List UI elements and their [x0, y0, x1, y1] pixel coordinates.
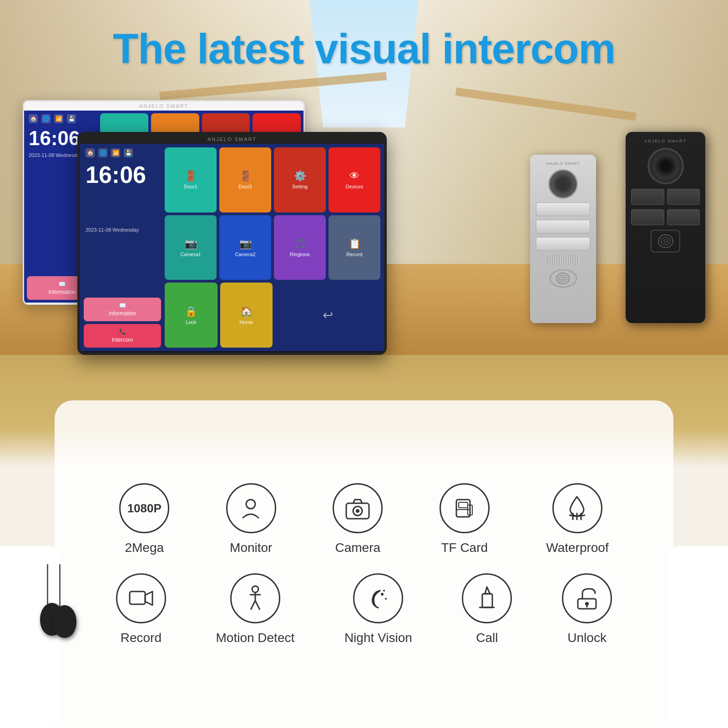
svg-point-0: [556, 273, 569, 284]
feature-tfcard: TF Card: [440, 483, 490, 555]
feature-unlock: Unlock: [562, 573, 612, 645]
tfcard-icon: [440, 483, 490, 533]
doorbell-black-buttons2: [631, 209, 700, 225]
feature-2mega-label: 2Mega: [125, 541, 164, 555]
doorbell-black-btn4[interactable]: [667, 209, 700, 225]
doorbell-black-buttons: [631, 189, 700, 205]
save-icon-white: 💾: [67, 114, 76, 123]
keyfob-group: [40, 564, 86, 637]
feature-call-label: Call: [476, 631, 498, 645]
svg-point-1: [559, 275, 567, 282]
fob-string-2: [59, 564, 61, 607]
tile-door1-black[interactable]: 🚪 Door1: [165, 147, 217, 212]
waterproof-icon: [552, 483, 602, 533]
info-label-white: Information: [48, 289, 76, 295]
screen-black-inner: 🏠 🌐 📶 💾 16:06 2023-11-08 Wednesday ✉️ In…: [80, 144, 384, 351]
feature-waterproof-label: Waterproof: [546, 541, 608, 555]
intercom-tile-black[interactable]: 📞 Intercom: [84, 324, 161, 348]
grid-row-1-black: 🚪 Door1 🚪 Door2 ⚙️ Setting 👁 Devices: [165, 147, 380, 212]
tile-home-black[interactable]: 🏠 Home: [220, 283, 273, 348]
lock-label-black: Lock: [186, 319, 196, 325]
svg-point-25: [385, 598, 387, 600]
monitor-white-logo: ANJELO SMART: [24, 101, 303, 111]
setting-label-black: Setting: [292, 184, 308, 189]
ringtone-label-black: Ringtone: [290, 252, 310, 257]
doorbell-silver: ANJELO SMART: [530, 155, 596, 323]
devices-icon-black: 👁: [349, 170, 359, 182]
info-label-black: Information: [109, 310, 136, 317]
tile-camera1-black[interactable]: 📷 Camera1: [165, 215, 217, 280]
intercom-label-black: Intercom: [112, 337, 133, 343]
svg-rect-11: [459, 502, 468, 508]
features-row-1: 1080P 2Mega Monitor: [91, 483, 637, 555]
svg-point-4: [661, 238, 670, 245]
tile-record-black[interactable]: 📋 Record: [329, 215, 380, 280]
svg-point-5: [664, 240, 667, 243]
tile-door2-black[interactable]: 🚪 Door2: [219, 147, 271, 212]
lock-icon-black: 🔒: [185, 306, 197, 318]
info-tile-black[interactable]: ✉️ Information: [84, 298, 161, 321]
devices-label-black: Devices: [345, 184, 363, 189]
unlock-icon: [562, 573, 612, 623]
home-icon-black: 🏠: [86, 148, 95, 157]
doorbell-silver-btn3[interactable]: [536, 237, 590, 251]
doorbell-black-btn1[interactable]: [631, 189, 664, 205]
monitor-black: ANJELO SMART 🏠 🌐 📶 💾 16:06 2023-11-08 We…: [77, 132, 387, 355]
info-icon-black: ✉️: [119, 302, 126, 308]
doorbell-black-rfid: [651, 230, 680, 253]
camera1-icon-black: 📷: [185, 238, 197, 250]
svg-point-6: [246, 500, 255, 509]
feature-record: Record: [116, 573, 166, 645]
clock-black: 16:06: [84, 161, 161, 224]
feature-waterproof: Waterproof: [546, 483, 608, 555]
feature-unlock-label: Unlock: [567, 631, 607, 645]
camera1-label-black: Camera1: [180, 252, 201, 257]
record-label-black: Record: [346, 252, 362, 257]
screen-black-left: 🏠 🌐 📶 💾 16:06 2023-11-08 Wednesday ✉️ In…: [84, 147, 161, 348]
door1-icon-black: 🚪: [185, 170, 197, 182]
svg-rect-27: [482, 594, 492, 607]
svg-point-2: [561, 277, 565, 280]
doorbell-black-btn3[interactable]: [631, 209, 664, 225]
tile-setting-black[interactable]: ⚙️ Setting: [274, 147, 326, 212]
monitor-black-logo: ANJELO SMART: [80, 135, 384, 144]
grid-row-2-black: 📷 Camera1 📷 Camera2 🎵 Ringtone 📋 Record: [165, 215, 380, 280]
svg-line-22: [251, 601, 255, 610]
tile-devices-black[interactable]: 👁 Devices: [329, 147, 380, 212]
home-icon-white: 🏠: [29, 114, 38, 123]
tile-camera2-black[interactable]: 📷 Camera2: [219, 215, 271, 280]
status-bar-white: 🏠 🌐 📶 💾: [27, 113, 97, 124]
call-icon: [462, 573, 512, 623]
feature-record-label: Record: [121, 631, 162, 645]
feature-motiondetect-label: Motion Detect: [216, 631, 294, 645]
side-panel-right: [669, 546, 728, 728]
doorbell-black-btn2[interactable]: [667, 189, 700, 205]
doorbell-silver-btn1[interactable]: [536, 202, 590, 216]
feature-motiondetect: Motion Detect: [216, 573, 294, 645]
monitor-icon: [226, 483, 276, 533]
page-title: The latest visual intercom: [0, 25, 728, 73]
features-card: 1080P 2Mega Monitor: [55, 400, 673, 728]
doorbell-black-logo: ANJELO SMART: [644, 139, 687, 143]
camera2-label-black: Camera2: [235, 252, 255, 257]
svg-point-9: [356, 509, 359, 513]
feature-camera-label: Camera: [335, 541, 380, 555]
home-label-black: Home: [240, 319, 253, 325]
doorbell-silver-btn2[interactable]: [536, 220, 590, 233]
svg-point-19: [252, 586, 258, 592]
door2-icon-black: 🚪: [239, 170, 252, 182]
nightvision-icon: [353, 573, 403, 623]
svg-line-23: [255, 601, 260, 610]
grid-row-3-black: 🔒 Lock 🏠 Home ↩: [165, 283, 380, 348]
wifi-icon-black: 📶: [111, 148, 120, 157]
svg-rect-17: [130, 592, 145, 604]
door2-label-black: Door2: [238, 184, 252, 189]
globe-icon-black: 🌐: [98, 148, 107, 157]
tile-lock-black[interactable]: 🔒 Lock: [165, 283, 217, 348]
info-icon-white: ✉️: [59, 281, 66, 287]
ringtone-icon-black: 🎵: [294, 238, 306, 250]
tile-ringtone-black[interactable]: 🎵 Ringtone: [274, 215, 326, 280]
back-button-black[interactable]: ↩: [275, 283, 380, 348]
doorbell-silver-camera: [548, 169, 578, 199]
feature-monitor: Monitor: [226, 483, 276, 555]
